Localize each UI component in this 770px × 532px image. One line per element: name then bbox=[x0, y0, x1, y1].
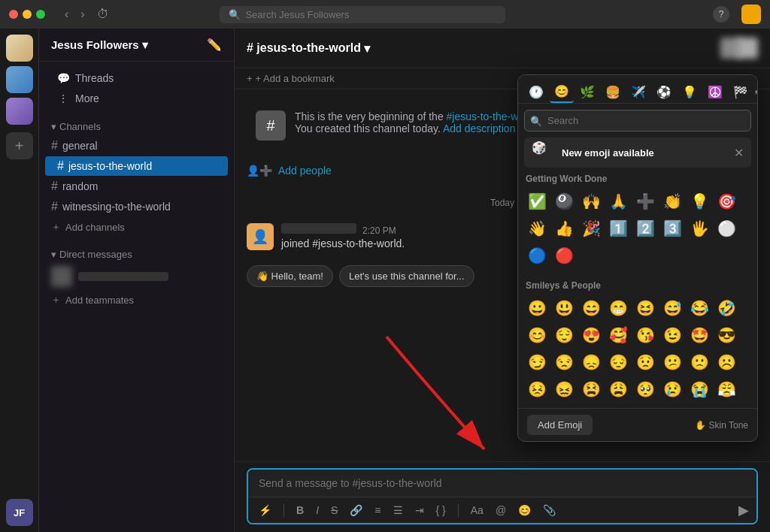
emoji-banner-close[interactable]: ✕ bbox=[734, 146, 744, 160]
ordered-list-button[interactable]: ≡ bbox=[371, 503, 383, 518]
lightning-button[interactable]: ⚡ bbox=[256, 503, 274, 518]
emoji-grinning[interactable]: 😀 bbox=[524, 295, 550, 321]
emoji-wave[interactable]: 👋 bbox=[524, 216, 550, 241]
emoji-beaming[interactable]: 😁 bbox=[605, 295, 631, 321]
emoji-joy[interactable]: 😂 bbox=[687, 295, 712, 321]
emoji-tab-activity[interactable]: ⚽ bbox=[652, 82, 676, 102]
maximize-button[interactable] bbox=[36, 10, 45, 19]
forward-button[interactable]: › bbox=[76, 6, 89, 23]
sidebar-item-more[interactable]: ⋮ More bbox=[45, 89, 228, 108]
emoji-persevere[interactable]: 😣 bbox=[524, 376, 550, 402]
search-input[interactable] bbox=[245, 9, 496, 20]
emoji-tab-smileys[interactable]: 😊 bbox=[550, 81, 574, 103]
emoji-loudly-crying[interactable]: 😭 bbox=[687, 376, 712, 402]
emoji-pensive[interactable]: 😔 bbox=[605, 349, 631, 375]
emoji-star-struck[interactable]: 🤩 bbox=[687, 322, 712, 348]
emoji-crying[interactable]: 😢 bbox=[659, 376, 685, 402]
quick-reply-2[interactable]: Let's use this channel for... bbox=[339, 265, 474, 287]
emoji-frowning[interactable]: ☹️ bbox=[714, 349, 739, 375]
emoji-button[interactable]: 😊 bbox=[515, 503, 534, 518]
search-bar[interactable]: 🔍 bbox=[220, 6, 505, 23]
channel-witnessing[interactable]: # witnessing-to-the-world bbox=[39, 197, 234, 216]
edit-icon[interactable]: ✏️ bbox=[207, 38, 222, 52]
emoji-two[interactable]: 2️⃣ bbox=[632, 216, 658, 241]
emoji-rofl[interactable]: 🤣 bbox=[714, 295, 739, 321]
history-button[interactable]: ⏱ bbox=[92, 6, 114, 23]
sidebar-item-threads[interactable]: 💬 Threads bbox=[45, 68, 228, 88]
channels-header[interactable]: ▾ Channels bbox=[39, 118, 234, 135]
emoji-cool[interactable]: 😎 bbox=[714, 322, 739, 348]
emoji-search-input[interactable] bbox=[524, 110, 751, 131]
emoji-thumbsup[interactable]: 👍 bbox=[551, 216, 577, 241]
send-button[interactable]: ▶ bbox=[738, 502, 749, 518]
emoji-tab-symbols[interactable]: ☮️ bbox=[703, 82, 727, 102]
rail-workspace-2[interactable] bbox=[6, 66, 33, 93]
dm-header[interactable]: ▾ Direct messages bbox=[39, 246, 234, 263]
link-button[interactable]: 🔗 bbox=[347, 503, 365, 518]
skin-tone-selector[interactable]: ✋ Skin Tone bbox=[695, 420, 748, 431]
emoji-heart-eyes[interactable]: 😍 bbox=[578, 322, 604, 348]
emoji-disappointed[interactable]: 😞 bbox=[578, 349, 604, 375]
emoji-confused[interactable]: 😕 bbox=[659, 349, 685, 375]
emoji-smile[interactable]: 😄 bbox=[578, 295, 604, 321]
channel-random[interactable]: # random bbox=[39, 177, 234, 196]
emoji-tired[interactable]: 😫 bbox=[578, 376, 604, 402]
add-workspace-button[interactable]: + bbox=[6, 132, 33, 159]
emoji-tab-flags[interactable]: 🏁 bbox=[729, 82, 753, 102]
add-description-link[interactable]: Add description bbox=[443, 122, 516, 135]
add-emoji-tab[interactable]: ➕ bbox=[754, 84, 757, 101]
emoji-kissing[interactable]: 😘 bbox=[632, 322, 658, 348]
emoji-angry[interactable]: 😤 bbox=[714, 376, 739, 402]
back-button[interactable]: ‹ bbox=[60, 6, 73, 23]
emoji-sweat[interactable]: 😅 bbox=[659, 295, 685, 321]
emoji-party[interactable]: 🎉 bbox=[578, 216, 604, 241]
emoji-blue-circle[interactable]: 🔵 bbox=[524, 243, 550, 268]
emoji-check[interactable]: ✅ bbox=[524, 189, 550, 214]
emoji-clap[interactable]: 👏 bbox=[659, 189, 685, 214]
rail-workspace-1[interactable] bbox=[6, 35, 33, 62]
emoji-hand[interactable]: 🖐 bbox=[687, 216, 712, 241]
channel-jesus-to-the-world[interactable]: # jesus-to-the-world bbox=[45, 156, 228, 176]
add-emoji-button[interactable]: Add Emoji bbox=[527, 415, 593, 435]
workspace-name[interactable]: Jesus Followers ▾ bbox=[51, 38, 148, 52]
emoji-white-circle[interactable]: ⚪ bbox=[714, 216, 739, 241]
unordered-list-button[interactable]: ☰ bbox=[390, 503, 406, 518]
rail-workspace-3[interactable] bbox=[6, 98, 33, 125]
attach-button[interactable]: 📎 bbox=[540, 503, 559, 518]
quick-reply-1[interactable]: 👋 Hello, team! bbox=[247, 265, 333, 287]
emoji-tab-nature[interactable]: 🌿 bbox=[575, 82, 599, 102]
emoji-8ball[interactable]: 🎱 bbox=[551, 189, 577, 214]
help-button[interactable]: ? bbox=[713, 6, 729, 23]
emoji-smiling-face[interactable]: 🥰 bbox=[605, 322, 631, 348]
emoji-pleading[interactable]: 🥺 bbox=[632, 376, 658, 402]
strikethrough-button[interactable]: S bbox=[328, 503, 341, 518]
emoji-three[interactable]: 3️⃣ bbox=[659, 216, 685, 241]
emoji-tab-travel[interactable]: ✈️ bbox=[626, 82, 650, 102]
emoji-relieved[interactable]: 😌 bbox=[551, 322, 577, 348]
add-channel-button[interactable]: ＋ Add channels bbox=[39, 217, 234, 237]
bold-button[interactable]: B bbox=[293, 503, 307, 518]
emoji-unamused[interactable]: 😒 bbox=[551, 349, 577, 375]
emoji-smirk[interactable]: 😏 bbox=[524, 349, 550, 375]
emoji-one[interactable]: 1️⃣ bbox=[605, 216, 631, 241]
emoji-pray[interactable]: 🙏 bbox=[605, 189, 631, 214]
channel-general[interactable]: # general bbox=[39, 136, 234, 156]
channel-name[interactable]: # jesus-to-the-world ▾ bbox=[247, 41, 370, 56]
mention-button[interactable]: @ bbox=[493, 503, 509, 518]
code-button[interactable]: { } bbox=[433, 503, 449, 518]
close-button[interactable] bbox=[9, 10, 18, 19]
emoji-wink[interactable]: 😉 bbox=[659, 322, 685, 348]
emoji-tab-food[interactable]: 🍔 bbox=[601, 82, 625, 102]
message-input[interactable] bbox=[248, 470, 756, 497]
emoji-worried[interactable]: 😟 bbox=[632, 349, 658, 375]
add-teammates-button[interactable]: ＋ Add teammates bbox=[39, 290, 234, 310]
emoji-bulb[interactable]: 💡 bbox=[687, 189, 712, 214]
user-badge[interactable]: JF bbox=[6, 499, 33, 526]
emoji-target[interactable]: 🎯 bbox=[714, 189, 739, 214]
emoji-weary[interactable]: 😩 bbox=[605, 376, 631, 402]
minimize-button[interactable] bbox=[23, 10, 32, 19]
emoji-laughing[interactable]: 😆 bbox=[632, 295, 658, 321]
dm-item[interactable] bbox=[39, 263, 234, 290]
add-bookmark-button[interactable]: + + Add a bookmark bbox=[247, 73, 335, 84]
emoji-plus[interactable]: ➕ bbox=[632, 189, 658, 214]
